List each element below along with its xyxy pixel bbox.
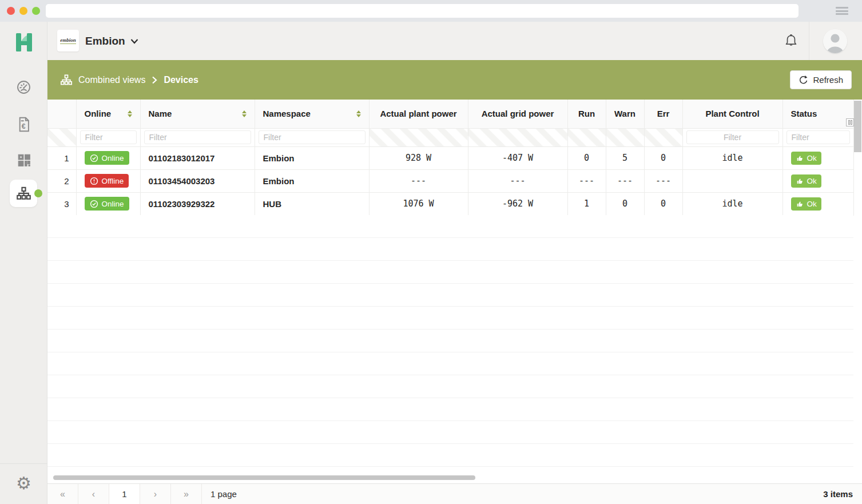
horizontal-scrollbar-thumb[interactable]: [53, 475, 475, 480]
browser-menu-icon[interactable]: [836, 7, 848, 15]
err-value: 0: [644, 192, 682, 215]
sidebar: € ⚙: [0, 22, 47, 504]
avatar[interactable]: [823, 29, 847, 53]
chevron-right-icon: [151, 76, 158, 85]
filter-status-input[interactable]: [786, 130, 850, 144]
current-page-button[interactable]: 1: [109, 484, 140, 504]
col-run: Run: [567, 100, 606, 128]
brand-h-icon: [14, 32, 34, 53]
filter-disabled-cell: [47, 128, 76, 146]
col-online[interactable]: Online: [76, 100, 140, 128]
sidebar-item-dashboard[interactable]: [0, 76, 47, 98]
status-badge: Ok: [791, 174, 821, 188]
gear-icon[interactable]: ⚙: [0, 471, 47, 495]
filter-row: [47, 128, 853, 146]
plant-control-value: idle: [682, 192, 782, 215]
device-namespace: HUB: [255, 192, 369, 215]
table-row[interactable]: 2 Offline 01103454003203 Embion --- --- …: [47, 169, 853, 192]
org-logo-text: embion: [60, 37, 76, 44]
breadcrumb-current: Devices: [164, 75, 198, 85]
alert-circle-icon: [90, 177, 98, 185]
filter-plant-control-input[interactable]: [686, 130, 779, 144]
filter-disabled-cell: [606, 128, 644, 146]
sort-icon[interactable]: [242, 110, 247, 117]
run-value: 1: [567, 192, 606, 215]
col-name[interactable]: Name: [140, 100, 255, 128]
browser-chrome: [0, 0, 862, 22]
sidebar-item-apps[interactable]: [0, 149, 47, 172]
header-row: Online Name Namespace Actual plant power…: [47, 100, 853, 128]
filter-disabled-cell: [369, 128, 468, 146]
plant-power-value: ---: [369, 169, 468, 192]
run-value: ---: [567, 169, 606, 192]
column-settings-button[interactable]: [846, 118, 854, 126]
breadcrumb-combined-views[interactable]: Combined views: [78, 75, 145, 85]
col-name-label: Name: [149, 109, 172, 118]
close-window-button[interactable]: [7, 7, 15, 15]
gauge-icon: [16, 80, 31, 95]
refresh-button[interactable]: Refresh: [790, 70, 852, 89]
org-title: Embion: [85, 35, 125, 47]
col-warn: Warn: [606, 100, 644, 128]
app-logo[interactable]: [0, 30, 47, 55]
devices-status-dot: [34, 189, 42, 197]
table-row[interactable]: 3 Online 01102303929322 HUB 1076 W -962 …: [47, 192, 853, 215]
avatar-silhouette-icon: [823, 29, 847, 53]
org-switcher[interactable]: Embion: [85, 22, 138, 60]
last-page-button[interactable]: »: [171, 484, 202, 504]
filter-namespace-input[interactable]: [259, 130, 366, 144]
table-row[interactable]: 1 Online 01102183012017 Embion 928 W -40…: [47, 146, 853, 169]
online-badge: Online: [85, 197, 129, 211]
warn-value: 0: [606, 192, 644, 215]
sort-icon[interactable]: [128, 110, 132, 117]
prev-page-button[interactable]: ‹: [78, 484, 109, 504]
status-badge: Ok: [791, 197, 821, 211]
err-value: ---: [644, 169, 682, 192]
sidebar-item-billing[interactable]: €: [0, 113, 47, 136]
devices-table: Online Name Namespace Actual plant power…: [47, 100, 854, 216]
vertical-scrollbar-thumb[interactable]: [854, 101, 861, 152]
sidebar-item-devices[interactable]: [10, 180, 37, 207]
maximize-window-button[interactable]: [32, 7, 40, 15]
refresh-icon: [799, 75, 808, 85]
device-name: 01103454003203: [140, 169, 255, 192]
col-actual-plant-power: Actual plant power: [369, 100, 468, 128]
col-online-label: Online: [85, 109, 112, 118]
filter-name-input[interactable]: [144, 130, 251, 144]
warn-value: 5: [606, 146, 644, 169]
col-plant-control: Plant Control: [682, 100, 782, 128]
status-label: Ok: [807, 154, 817, 162]
filter-disabled-cell: [567, 128, 606, 146]
page-count-label: 1 page: [202, 484, 237, 504]
row-number: 3: [47, 192, 76, 215]
notifications-button[interactable]: [773, 22, 809, 60]
plant-control-value: idle: [682, 146, 782, 169]
pagination-bar: « ‹ 1 › » 1 page 3 items: [47, 483, 862, 504]
grid-power-value: -407 W: [468, 146, 567, 169]
filter-online-input[interactable]: [80, 130, 137, 144]
first-page-button[interactable]: «: [47, 484, 78, 504]
org-logo[interactable]: embion: [57, 30, 79, 51]
address-bar[interactable]: [46, 4, 799, 18]
next-page-button[interactable]: ›: [140, 484, 171, 504]
filter-disabled-cell: [468, 128, 567, 146]
thumbs-up-icon: [796, 154, 804, 162]
warn-value: ---: [606, 169, 644, 192]
breadcrumb-bar: Combined views Devices Refresh: [47, 60, 862, 100]
col-namespace-label: Namespace: [263, 109, 311, 118]
col-err: Err: [644, 100, 682, 128]
online-badge: Online: [85, 151, 129, 165]
err-value: 0: [644, 146, 682, 169]
breadcrumb: Combined views Devices: [60, 60, 198, 100]
document-euro-icon: €: [17, 117, 31, 132]
sort-icon[interactable]: [356, 110, 361, 117]
minimize-window-button[interactable]: [19, 7, 27, 15]
check-circle-icon: [90, 154, 98, 162]
online-label: Offline: [102, 177, 124, 185]
sidebar-divider: [0, 463, 47, 464]
vertical-scrollbar[interactable]: [853, 100, 862, 472]
horizontal-scrollbar[interactable]: [47, 472, 862, 483]
col-namespace[interactable]: Namespace: [255, 100, 369, 128]
device-name: 01102303929322: [140, 192, 255, 215]
refresh-label: Refresh: [813, 75, 843, 85]
